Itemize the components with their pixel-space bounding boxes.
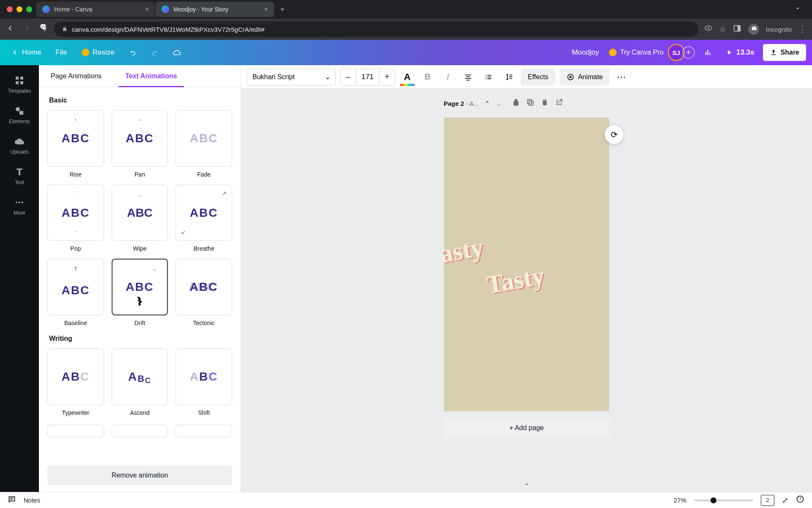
anim-breathe[interactable]: ↗ABC↙Breathe bbox=[176, 185, 232, 252]
anim-pan[interactable]: →ABCPan bbox=[112, 110, 168, 178]
anim-tectonic[interactable]: ABCTectonic bbox=[176, 259, 232, 326]
page-down-icon[interactable]: ⌄ bbox=[496, 100, 502, 108]
duplicate-page-icon[interactable] bbox=[526, 98, 535, 109]
decrease-size[interactable]: – bbox=[340, 69, 356, 85]
close-tab-icon[interactable]: × bbox=[145, 6, 149, 13]
add-page-button[interactable]: + Add page bbox=[444, 419, 609, 437]
text-element-2[interactable]: Tasty bbox=[484, 261, 547, 300]
kebab-icon[interactable]: ⋮ bbox=[798, 25, 806, 34]
redo-button[interactable] bbox=[146, 44, 164, 61]
rail-templates[interactable]: Templates bbox=[0, 70, 39, 99]
anim-extra-1[interactable] bbox=[47, 425, 104, 437]
font-size-input[interactable] bbox=[356, 69, 379, 85]
anim-label: Pop bbox=[70, 245, 81, 252]
font-select[interactable]: Bukhari Script ⌄ bbox=[247, 69, 336, 86]
close-window[interactable] bbox=[7, 6, 13, 12]
zoom-value[interactable]: 27% bbox=[674, 497, 686, 504]
zoom-slider[interactable] bbox=[694, 500, 753, 501]
eye-off-icon[interactable] bbox=[704, 24, 713, 35]
font-name: Bukhari Script bbox=[252, 73, 295, 81]
increase-size[interactable]: + bbox=[379, 69, 395, 85]
remove-animation-button[interactable]: Remove animation bbox=[47, 466, 232, 485]
svg-rect-5 bbox=[20, 81, 23, 84]
list-button[interactable] bbox=[480, 69, 497, 85]
tab-title: Moodjoy - Your Story bbox=[173, 6, 228, 13]
anim-drift[interactable]: →ABCDrift bbox=[112, 259, 168, 326]
undo-button[interactable] bbox=[124, 44, 142, 61]
anim-rise[interactable]: ↑ABCRise bbox=[47, 110, 104, 178]
spacing-button[interactable] bbox=[501, 69, 517, 85]
incognito-avatar[interactable] bbox=[748, 24, 759, 35]
browser-tab-1[interactable]: Home - Canva × bbox=[36, 2, 155, 17]
help-icon[interactable]: ? bbox=[796, 495, 804, 505]
anim-ascend[interactable]: ABCAscend bbox=[112, 348, 168, 416]
rail-elements[interactable]: Elements bbox=[0, 101, 39, 130]
italic-button[interactable]: I bbox=[440, 69, 456, 85]
document-title[interactable]: Moodjoy bbox=[566, 48, 605, 57]
page-up-icon[interactable]: ⌃ bbox=[485, 100, 490, 108]
effects-button[interactable]: Effects bbox=[521, 69, 555, 86]
rail-text[interactable]: Text bbox=[0, 162, 39, 190]
anim-typewriter[interactable]: ABCTypewriter bbox=[47, 348, 104, 416]
share-button[interactable]: Share bbox=[763, 44, 806, 61]
favicon bbox=[42, 6, 50, 13]
align-button[interactable] bbox=[460, 69, 476, 85]
anim-fade[interactable]: ABCFade bbox=[176, 110, 232, 178]
zoom-knob[interactable] bbox=[710, 497, 716, 503]
address-bar[interactable]: canva.com/design/DAFNVetRTV8/J1WoMZtkPXc… bbox=[54, 22, 698, 37]
rail-uploads[interactable]: Uploads bbox=[0, 131, 39, 160]
rail-more[interactable]: More bbox=[0, 192, 39, 221]
anim-pop[interactable]: ⌒ABC⌣Pop bbox=[47, 185, 104, 252]
new-tab-button[interactable]: + bbox=[275, 5, 290, 14]
more-options-icon[interactable]: ⋯ bbox=[614, 69, 630, 85]
page-count-badge[interactable]: 2 bbox=[761, 495, 774, 506]
minimize-window[interactable] bbox=[16, 6, 22, 12]
reload-icon[interactable] bbox=[40, 24, 48, 35]
try-pro-button[interactable]: Try Canva Pro bbox=[609, 49, 664, 56]
file-menu[interactable]: File bbox=[50, 44, 72, 61]
resize-button[interactable]: Resize bbox=[77, 44, 120, 61]
forward-icon[interactable] bbox=[23, 24, 31, 35]
svg-rect-13 bbox=[529, 101, 533, 105]
regenerate-icon[interactable]: ⟳ bbox=[605, 125, 623, 144]
anim-label: Drift bbox=[134, 320, 145, 326]
add-member-button[interactable]: + bbox=[682, 46, 695, 59]
rail-label: Templates bbox=[8, 88, 31, 94]
canvas-page[interactable]: ⟳ asty Tasty bbox=[444, 118, 609, 411]
anim-extra-2[interactable] bbox=[112, 425, 168, 437]
svg-point-12 bbox=[569, 76, 571, 78]
star-icon[interactable]: ☆ bbox=[719, 25, 726, 34]
anim-wipe[interactable]: →ABCWipe bbox=[112, 185, 168, 252]
tab-menu-icon[interactable] bbox=[787, 4, 808, 14]
panel-icon[interactable] bbox=[733, 24, 741, 35]
cloud-sync-icon[interactable] bbox=[168, 44, 186, 61]
tab-page-animations[interactable]: Page Animations bbox=[39, 65, 113, 87]
lock-page-icon[interactable] bbox=[512, 98, 520, 109]
delete-page-icon[interactable] bbox=[540, 98, 549, 109]
page-label: Page 2 bbox=[444, 100, 464, 107]
anim-extra-3[interactable] bbox=[176, 425, 232, 437]
tab-text-animations[interactable]: Text Animations bbox=[113, 65, 189, 87]
page-subtitle: - A... bbox=[464, 100, 479, 107]
text-color-button[interactable]: A bbox=[399, 69, 415, 85]
side-rail: Templates Elements Uploads Text More bbox=[0, 65, 39, 492]
anim-shift[interactable]: ABCShift bbox=[176, 348, 232, 416]
notes-icon[interactable] bbox=[8, 495, 16, 505]
maximize-window[interactable] bbox=[26, 6, 32, 12]
play-button[interactable]: 13.3s bbox=[721, 48, 759, 57]
notes-label[interactable]: Notes bbox=[24, 497, 40, 504]
fullscreen-icon[interactable]: ⤢ bbox=[782, 496, 788, 505]
home-button[interactable]: Home bbox=[6, 44, 46, 61]
share-page-icon[interactable] bbox=[555, 98, 563, 109]
back-icon[interactable] bbox=[6, 24, 14, 35]
expand-timeline-icon[interactable]: ⌃ bbox=[524, 483, 529, 490]
resize-label: Resize bbox=[93, 48, 115, 57]
insights-icon[interactable] bbox=[699, 44, 717, 61]
anim-baseline[interactable]: ⤒ABCBaseline bbox=[47, 259, 104, 326]
svg-rect-3 bbox=[20, 77, 23, 80]
bold-button[interactable]: B bbox=[420, 69, 436, 85]
animate-button[interactable]: Animate bbox=[560, 69, 610, 86]
text-element-1[interactable]: asty bbox=[438, 233, 486, 269]
close-tab-icon[interactable]: × bbox=[264, 6, 268, 13]
browser-tab-2[interactable]: Moodjoy - Your Story × bbox=[156, 2, 274, 17]
